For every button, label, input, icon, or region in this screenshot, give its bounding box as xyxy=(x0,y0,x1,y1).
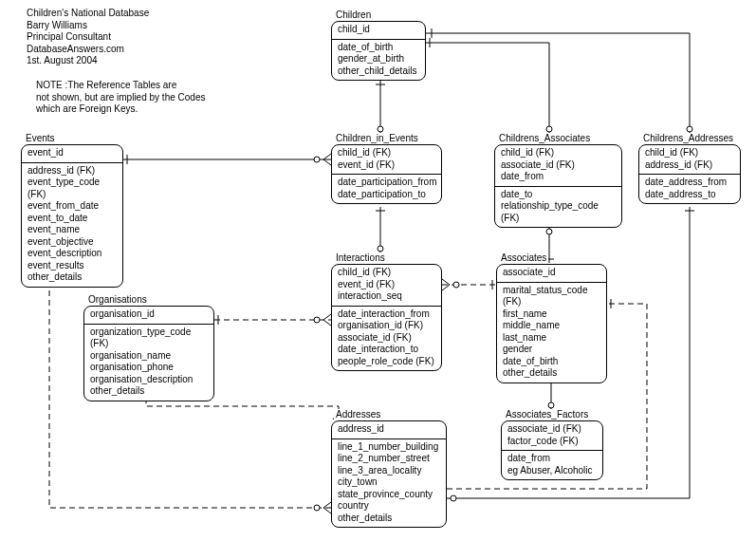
attr: event_from_date xyxy=(28,200,117,213)
svg-point-2 xyxy=(378,126,383,132)
attr: people_role_code (FK) xyxy=(338,356,435,368)
attr: middle_name xyxy=(503,320,600,332)
svg-point-4 xyxy=(546,126,552,132)
attr: associate_id (FK) xyxy=(501,159,616,172)
entity-pk: child_id (FK) address_id (FK) xyxy=(639,145,740,175)
entity-pk: organisation_id xyxy=(84,307,213,325)
diagram-meta: Children's National Database Barry Willi… xyxy=(27,8,149,67)
entity-title: Childrens_Associates xyxy=(497,133,592,143)
attr: address_id xyxy=(338,423,440,436)
attr: eg Abuser, Alcoholic xyxy=(507,465,597,477)
entity-events: Events event_id address_id (FK) event_ty… xyxy=(21,144,123,288)
attr: organisation_description xyxy=(90,374,208,386)
entity-children: Children child_id date_of_birth gender_a… xyxy=(331,21,426,81)
attr: child_id (FK) xyxy=(338,147,435,159)
entity-pk: child_id xyxy=(332,22,425,40)
entity-pk: child_id (FK) event_id (FK) interaction_… xyxy=(332,265,441,307)
attr: date_address_to xyxy=(645,189,734,201)
attr: associate_id (FK) xyxy=(507,423,597,436)
svg-point-6 xyxy=(687,126,692,132)
attr: line_3_area_locality xyxy=(338,465,440,477)
entity-title: Children_in_Events xyxy=(334,133,420,143)
entity-pk: associate_id xyxy=(497,265,606,283)
svg-point-21 xyxy=(548,402,554,408)
entity-attrs: date_address_from date_address_to xyxy=(639,175,740,203)
attr: factor_code (FK) xyxy=(507,436,597,448)
entity-attrs: date_to relationship_type_code (FK) xyxy=(495,187,621,228)
note-line: NOTE :The Reference Tables are xyxy=(36,80,205,92)
entity-interactions: Interactions child_id (FK) event_id (FK)… xyxy=(331,264,442,371)
svg-point-9 xyxy=(314,157,320,162)
entity-attrs: marital_status_code (FK) first_name midd… xyxy=(497,283,606,382)
entity-pk: child_id (FK) associate_id (FK) date_fro… xyxy=(495,145,621,187)
attr: event_to_date xyxy=(28,213,117,225)
note-line: which are Foreign Keys. xyxy=(36,103,205,116)
attr: event_id (FK) xyxy=(338,159,435,172)
attr: gender xyxy=(503,344,600,356)
entity-organisations: Organisations organisation_id organizati… xyxy=(83,306,214,401)
attr: date_address_from xyxy=(645,177,734,189)
entity-childrens-associates: Childrens_Associates child_id (FK) assoc… xyxy=(494,144,622,228)
attr: city_town xyxy=(338,476,440,489)
entity-pk: address_id xyxy=(332,421,446,439)
attr: date_to xyxy=(501,189,616,201)
meta-line: Children's National Database xyxy=(27,8,149,20)
svg-point-24 xyxy=(314,317,320,323)
attr: child_id (FK) xyxy=(645,147,734,159)
attr: event_results xyxy=(28,260,117,272)
attr: country xyxy=(338,500,440,513)
entity-attrs: date_of_birth gender_at_birth other_chil… xyxy=(332,40,425,81)
attr: address_id (FK) xyxy=(28,165,117,177)
attr: date_of_birth xyxy=(503,356,600,368)
attr: event_description xyxy=(28,248,117,260)
attr: date_participation_from xyxy=(338,177,435,189)
attr: child_id (FK) xyxy=(338,267,435,279)
entity-pk: child_id (FK) event_id (FK) xyxy=(332,145,441,175)
entity-attrs: address_id (FK) event_type_code (FK) eve… xyxy=(22,163,122,287)
svg-point-15 xyxy=(453,282,459,288)
svg-point-29 xyxy=(451,495,456,501)
attr: marital_status_code (FK) xyxy=(503,285,600,308)
attr: event_id (FK) xyxy=(338,279,435,291)
attr: associate_id xyxy=(503,267,600,279)
entity-title: Organisations xyxy=(86,294,149,305)
entity-title: Interactions xyxy=(334,252,387,263)
entity-childrens-addresses: Childrens_Addresses child_id (FK) addres… xyxy=(638,144,741,204)
entity-title: Addresses xyxy=(334,409,382,420)
attr: address_id (FK) xyxy=(645,159,734,172)
entity-addresses: Addresses address_id line_1_number_build… xyxy=(331,420,447,528)
attr: date_interaction_from xyxy=(338,308,435,321)
attr: last_name xyxy=(503,332,600,345)
meta-line: Principal Consultant xyxy=(27,31,149,44)
meta-line: 1st. August 2004 xyxy=(27,55,149,67)
attr: event_type_code (FK) xyxy=(28,177,117,200)
entity-children-in-events: Children_in_Events child_id (FK) event_i… xyxy=(331,144,442,204)
attr: event_id xyxy=(28,147,117,159)
attr: date_participation_to xyxy=(338,189,435,201)
attr: other_details xyxy=(28,271,117,284)
attr: organisation_name xyxy=(90,350,208,363)
attr: interaction_seq xyxy=(338,290,435,303)
entity-attrs: date_participation_from date_participati… xyxy=(332,175,441,203)
attr: date_of_birth xyxy=(338,42,419,54)
attr: child_id xyxy=(338,24,419,36)
note-line: not shown, but are implied by the Codes xyxy=(36,92,205,104)
entity-title: Children xyxy=(334,9,373,20)
entity-attrs: organization_type_code (FK) organisation… xyxy=(84,325,213,401)
entity-attrs: line_1_number_building line_2_number_str… xyxy=(332,439,446,528)
entity-associates-factors: Associates_Factors associate_id (FK) fac… xyxy=(501,420,603,480)
entity-title: Childrens_Addresses xyxy=(641,133,735,143)
attr: organization_type_code (FK) xyxy=(90,326,208,350)
attr: other_details xyxy=(338,513,440,525)
attr: organisation_phone xyxy=(90,362,208,374)
attr: first_name xyxy=(503,308,600,321)
attr: relationship_type_code (FK) xyxy=(501,200,616,224)
entity-title: Events xyxy=(24,133,57,143)
meta-line: DatabaseAnswers.com xyxy=(27,44,149,56)
attr: line_1_number_building xyxy=(338,441,440,454)
entity-pk: associate_id (FK) factor_code (FK) xyxy=(502,421,602,451)
entity-title: Associates_Factors xyxy=(504,409,590,420)
attr: date_from xyxy=(507,453,597,465)
diagram-note: NOTE :The Reference Tables are not shown… xyxy=(36,80,205,116)
attr: event_objective xyxy=(28,236,117,249)
